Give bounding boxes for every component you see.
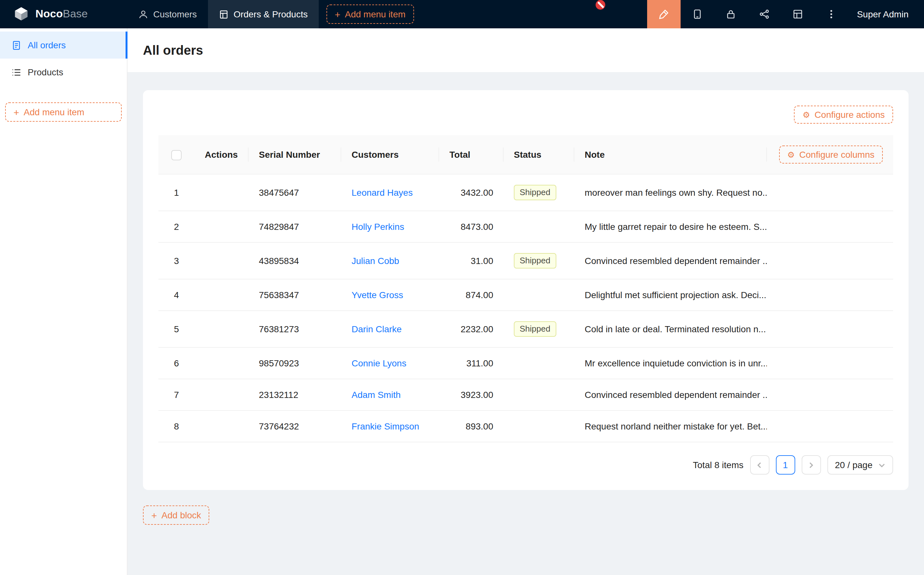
nav-item-label: Orders & Products <box>233 9 308 19</box>
column-header-status[interactable]: Status <box>503 135 574 174</box>
customer-link[interactable]: Frankie Simpson <box>352 421 419 431</box>
row-index: 6 <box>174 358 179 368</box>
row-actions-cell <box>194 242 249 279</box>
highlighter-icon <box>658 9 669 20</box>
row-actions-cell <box>194 347 249 379</box>
add-block-button[interactable]: + Add block <box>143 505 210 525</box>
row-spacer-cell <box>767 279 893 311</box>
nocobase-logo-icon <box>13 6 30 22</box>
header-actions: Super Admin <box>647 0 924 28</box>
mobile-button[interactable] <box>681 0 714 28</box>
row-actions-cell <box>194 311 249 347</box>
serial-number-value: 43895834 <box>249 242 341 279</box>
column-header-actions[interactable]: Actions <box>194 135 249 174</box>
top-header: NocoBase Customers Orders & Products + A… <box>0 0 924 28</box>
page-size-value: 20 / page <box>835 460 873 470</box>
row-index: 5 <box>174 324 179 334</box>
row-actions-cell <box>194 174 249 211</box>
configure-actions-label: Configure actions <box>814 110 885 120</box>
serial-number-value: 38475647 <box>249 174 341 211</box>
column-header-serial-number[interactable]: Serial Number <box>249 135 341 174</box>
table-row[interactable]: 6 98570923 Connie Lyons 311.00 Mr excell… <box>159 347 893 379</box>
chevron-left-icon <box>756 461 763 469</box>
header-add-menu-item-button[interactable]: + Add menu item <box>327 5 414 24</box>
column-header-note[interactable]: Note <box>574 135 767 174</box>
ui-editor-button[interactable] <box>647 0 681 28</box>
sidebar-item-label: All orders <box>28 40 66 50</box>
lock-button[interactable] <box>714 0 748 28</box>
customer-link[interactable]: Julian Cobb <box>352 256 399 266</box>
total-value: 311.00 <box>439 347 503 379</box>
customers-icon <box>138 10 148 19</box>
brand-base: Base <box>63 8 88 20</box>
table-row[interactable]: 1 38475647 Leonard Hayes 3432.00 Shipped… <box>159 174 893 211</box>
customer-link[interactable]: Darin Clarke <box>352 324 402 334</box>
total-value: 3432.00 <box>439 174 503 211</box>
lock-icon <box>726 9 736 19</box>
user-menu[interactable]: Super Admin <box>848 0 924 28</box>
table-row[interactable]: 2 74829847 Holly Perkins 8473.00 My litt… <box>159 211 893 242</box>
table-row[interactable]: 3 43895834 Julian Cobb 31.00 Shipped Con… <box>159 242 893 279</box>
customer-link[interactable]: Leonard Hayes <box>352 187 413 198</box>
customer-link[interactable]: Holly Perkins <box>352 221 404 232</box>
row-actions-cell <box>194 279 249 311</box>
add-menu-item-label: Add menu item <box>24 107 84 117</box>
customer-link[interactable]: Yvette Gross <box>352 290 403 300</box>
more-button[interactable] <box>814 0 848 28</box>
serial-number-value: 74829847 <box>249 211 341 242</box>
orders-products-icon <box>219 10 228 19</box>
configure-columns-button[interactable]: ⚙ Configure columns <box>779 146 883 164</box>
products-list-icon <box>11 67 21 77</box>
serial-number-value: 23132112 <box>249 379 341 410</box>
serial-number-value: 76381273 <box>249 311 341 347</box>
total-value: 874.00 <box>439 279 503 311</box>
serial-number-value: 75638347 <box>249 279 341 311</box>
share-nodes-icon <box>759 9 770 19</box>
no-entry-icon <box>595 0 605 10</box>
status-badge: Shipped <box>514 253 556 268</box>
layout-button[interactable] <box>781 0 814 28</box>
customer-link[interactable]: Connie Lyons <box>352 358 406 368</box>
brand[interactable]: NocoBase <box>0 0 127 28</box>
pagination-next-button[interactable] <box>801 455 821 475</box>
table-row[interactable]: 5 76381273 Darin Clarke 2232.00 Shipped … <box>159 311 893 347</box>
sidebar: All orders Products + Add menu item <box>0 28 127 575</box>
row-actions-cell <box>194 211 249 242</box>
gear-icon: ⚙ <box>803 110 810 119</box>
column-header-total[interactable]: Total <box>439 135 503 174</box>
nocobase-app: NocoBase Customers Orders & Products + A… <box>0 0 924 575</box>
table-row[interactable]: 4 75638347 Yvette Gross 874.00 Delightfu… <box>159 279 893 311</box>
sidebar-add-menu-item-button[interactable]: + Add menu item <box>5 102 122 122</box>
nav-item-customers[interactable]: Customers <box>127 0 208 28</box>
api-button[interactable] <box>748 0 781 28</box>
pagination-prev-button[interactable] <box>750 455 769 475</box>
main-area: All orders ⚙ Configure actions <box>127 28 924 575</box>
page-size-select[interactable]: 20 / page <box>827 455 893 475</box>
column-header-customers[interactable]: Customers <box>341 135 439 174</box>
table-row[interactable]: 8 73764232 Frankie Simpson 893.00 Reques… <box>159 410 893 442</box>
serial-number-value: 73764232 <box>249 410 341 442</box>
orders-table: Actions Serial Number Customers Total St… <box>159 135 893 442</box>
sidebar-item-label: Products <box>28 67 64 77</box>
row-spacer-cell <box>767 379 893 410</box>
sidebar-item-products[interactable]: Products <box>0 59 127 86</box>
plus-icon: + <box>151 510 157 520</box>
gear-icon: ⚙ <box>787 150 795 159</box>
configure-actions-button[interactable]: ⚙ Configure actions <box>794 106 893 124</box>
page-content: ⚙ Configure actions Actions <box>127 72 924 575</box>
table-row[interactable]: 7 23132112 Adam Smith 3923.00 Convinced … <box>159 379 893 410</box>
pagination-page-1[interactable]: 1 <box>776 455 795 475</box>
orders-file-icon <box>11 40 21 50</box>
nav-item-orders-products[interactable]: Orders & Products <box>208 0 318 28</box>
total-value: 2232.00 <box>439 311 503 347</box>
sidebar-item-all-orders[interactable]: All orders <box>0 32 127 59</box>
total-value: 893.00 <box>439 410 503 442</box>
customer-link[interactable]: Adam Smith <box>352 389 401 400</box>
body-wrapper: All orders Products + Add menu item All … <box>0 28 924 575</box>
note-value: Request norland neither mistake for yet.… <box>574 410 767 442</box>
select-all-checkbox[interactable] <box>171 150 182 160</box>
row-actions-cell <box>194 410 249 442</box>
total-value: 3923.00 <box>439 379 503 410</box>
row-index: 8 <box>174 421 179 431</box>
row-spacer-cell <box>767 242 893 279</box>
